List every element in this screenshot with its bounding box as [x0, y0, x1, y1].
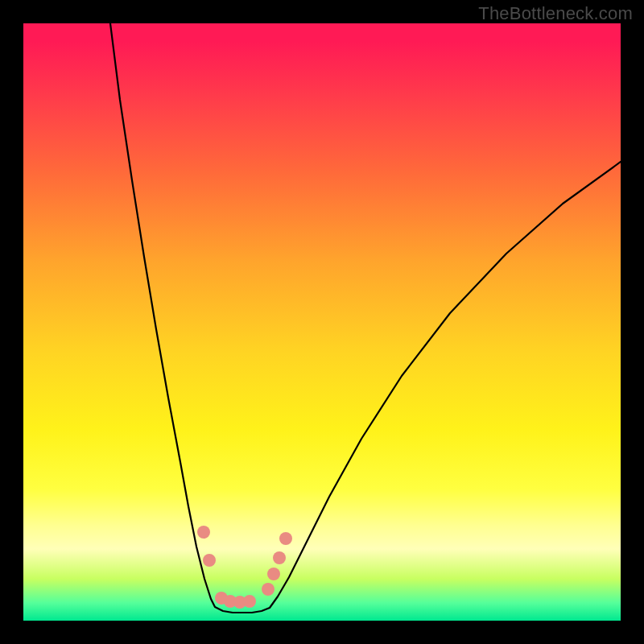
curve-marker	[273, 551, 286, 564]
bottleneck-curve	[110, 23, 621, 613]
curve-marker	[279, 532, 292, 545]
curve-marker	[262, 583, 275, 596]
curve-marker	[243, 595, 256, 608]
curve-marker	[267, 568, 280, 580]
curve-marker	[197, 526, 210, 539]
curve-layer	[23, 23, 621, 621]
watermark-text: TheBottleneck.com	[478, 3, 633, 24]
plot-area	[23, 23, 621, 621]
chart-frame: TheBottleneck.com	[0, 0, 644, 644]
curve-marker	[203, 554, 216, 567]
